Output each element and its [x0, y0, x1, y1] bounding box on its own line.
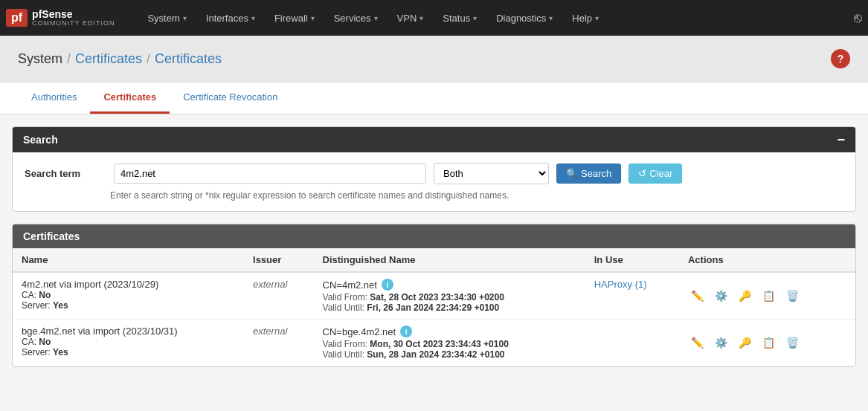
cert-actions-cell: ✏️ ⚙️ 🔑 📋 🗑️: [679, 272, 855, 320]
chevron-down-icon: ▾: [374, 14, 378, 22]
edit-icon[interactable]: ✏️: [688, 286, 707, 305]
navbar: pf pfSense COMMUNITY EDITION System ▾ In…: [0, 0, 868, 36]
certificates-panel: Certificates Name Issuer Distinguished N…: [12, 224, 856, 367]
cert-dn-line: CN=bge.4m2.net i: [323, 326, 576, 337]
cert-cn: CN=bge.4m2.net: [323, 326, 396, 337]
cert-actions-cell: ✏️ ⚙️ 🔑 📋 🗑️: [679, 320, 855, 366]
search-hint: Enter a search string or *nix regular ex…: [110, 190, 843, 201]
brand-edition: COMMUNITY EDITION: [32, 19, 115, 27]
search-icon: 🔍: [566, 168, 578, 179]
search-term-label: Search term: [25, 168, 106, 179]
certificates-table: Name Issuer Distinguished Name In Use Ac…: [13, 248, 855, 366]
nav-items: System ▾ Interfaces ▾ Firewall ▾ Service…: [138, 8, 854, 28]
delete-icon[interactable]: 🗑️: [783, 333, 803, 352]
cert-name: 4m2.net via import (2023/10/29): [22, 279, 235, 290]
key-icon[interactable]: 🔑: [736, 286, 755, 305]
table-header-row: Name Issuer Distinguished Name In Use Ac…: [13, 248, 855, 272]
nav-services[interactable]: Services ▾: [325, 8, 387, 28]
breadcrumb-current[interactable]: Certificates: [155, 51, 222, 67]
cert-ca: CA: No: [22, 337, 235, 347]
breadcrumb-root: System: [18, 51, 62, 67]
search-panel-toggle[interactable]: −: [837, 133, 845, 146]
cert-actions: ✏️ ⚙️ 🔑 📋 🗑️: [688, 279, 846, 305]
breadcrumb: System / Certificates / Certificates: [18, 51, 222, 67]
nav-firewall[interactable]: Firewall ▾: [266, 8, 324, 28]
col-actions: Actions: [679, 248, 855, 272]
cert-name-cell: bge.4m2.net via import (2023/10/31) CA: …: [13, 320, 244, 366]
cert-dn-cell: CN=4m2.net i Valid From: Sat, 28 Oct 202…: [314, 272, 585, 320]
cert-cn: CN=4m2.net: [323, 279, 377, 291]
brand: pf pfSense COMMUNITY EDITION: [6, 9, 126, 27]
cert-dn-line: CN=4m2.net i: [323, 279, 576, 291]
tab-certificates[interactable]: Certificates: [90, 82, 170, 114]
certificates-panel-header: Certificates: [13, 224, 855, 248]
nav-system[interactable]: System ▾: [138, 8, 195, 28]
logout-icon[interactable]: ⎋: [854, 10, 862, 26]
export-icon[interactable]: 📋: [759, 333, 779, 352]
cert-in-use: HAProxy (1): [594, 279, 647, 290]
table-row: 4m2.net via import (2023/10/29) CA: No S…: [13, 272, 855, 320]
breadcrumb-parent[interactable]: Certificates: [75, 51, 142, 67]
cert-in-use-cell: [585, 320, 679, 366]
search-input[interactable]: [114, 164, 426, 184]
tab-authorities[interactable]: Authorities: [18, 82, 90, 114]
cert-issuer-cell: external: [244, 320, 314, 366]
chevron-down-icon: ▾: [419, 14, 423, 22]
chevron-down-icon: ▾: [311, 14, 315, 22]
nav-interfaces[interactable]: Interfaces ▾: [197, 8, 264, 28]
table-row: bge.4m2.net via import (2023/10/31) CA: …: [13, 320, 855, 366]
export-icon[interactable]: 📋: [759, 286, 779, 305]
search-panel-title: Search: [23, 134, 58, 146]
cert-actions: ✏️ ⚙️ 🔑 📋 🗑️: [688, 326, 846, 352]
gear-icon[interactable]: ⚙️: [712, 333, 731, 352]
cert-dn-cell: CN=bge.4m2.net i Valid From: Mon, 30 Oct…: [314, 320, 585, 366]
chevron-down-icon: ▾: [183, 14, 187, 22]
info-icon[interactable]: i: [382, 279, 393, 291]
brand-title: pfSense: [32, 9, 115, 19]
cert-issuer-cell: external: [244, 272, 314, 320]
nav-diagnostics[interactable]: Diagnostics ▾: [487, 8, 562, 28]
breadcrumb-sep2: /: [147, 51, 150, 67]
cert-in-use-cell: HAProxy (1): [585, 272, 679, 320]
cert-valid-until: Valid Until: Sun, 28 Jan 2024 23:34:42 +…: [323, 349, 576, 360]
info-icon[interactable]: i: [400, 326, 412, 337]
key-icon[interactable]: 🔑: [736, 333, 755, 352]
cert-issuer: external: [253, 279, 287, 290]
delete-icon[interactable]: 🗑️: [783, 286, 803, 305]
nav-vpn[interactable]: VPN ▾: [388, 8, 433, 28]
cert-issuer: external: [253, 326, 287, 337]
search-button[interactable]: 🔍 Search: [556, 164, 621, 184]
logo-icon: pf: [6, 9, 28, 27]
refresh-icon: ↺: [638, 168, 646, 179]
clear-button[interactable]: ↺ Clear: [629, 164, 682, 184]
chevron-down-icon: ▾: [251, 14, 255, 22]
col-in-use: In Use: [585, 248, 679, 272]
cert-name-cell: 4m2.net via import (2023/10/29) CA: No S…: [13, 272, 244, 320]
edit-icon[interactable]: ✏️: [688, 333, 707, 352]
nav-status[interactable]: Status ▾: [434, 8, 486, 28]
tab-certificate-revocation[interactable]: Certificate Revocation: [170, 82, 291, 114]
cert-valid-from: Valid From: Mon, 30 Oct 2023 23:34:43 +0…: [323, 339, 576, 349]
search-panel-header: Search −: [13, 127, 855, 152]
tabs-container: Authorities Certificates Certificate Rev…: [0, 82, 868, 114]
col-dn: Distinguished Name: [314, 248, 585, 272]
chevron-down-icon: ▾: [595, 14, 599, 22]
cert-server: Server: Yes: [22, 347, 235, 357]
breadcrumb-sep1: /: [67, 51, 71, 67]
cert-valid-from: Valid From: Sat, 28 Oct 2023 23:34:30 +0…: [323, 292, 576, 302]
chevron-down-icon: ▾: [549, 14, 553, 22]
chevron-down-icon: ▾: [473, 14, 477, 22]
gear-icon[interactable]: ⚙️: [712, 286, 731, 305]
certificates-panel-title: Certificates: [23, 230, 80, 242]
col-issuer: Issuer: [244, 248, 314, 272]
tabs: Authorities Certificates Certificate Rev…: [18, 82, 850, 114]
cert-valid-until: Valid Until: Fri, 26 Jan 2024 22:34:29 +…: [323, 302, 576, 313]
col-name: Name: [13, 248, 244, 272]
help-icon[interactable]: ?: [831, 49, 850, 68]
cert-name: bge.4m2.net via import (2023/10/31): [22, 326, 235, 337]
search-scope-select[interactable]: Name Distinguished Name Both: [434, 163, 549, 184]
nav-help[interactable]: Help ▾: [563, 8, 608, 28]
brand-name: pfSense COMMUNITY EDITION: [32, 9, 115, 27]
search-form-row: Search term Name Distinguished Name Both…: [25, 163, 843, 184]
breadcrumb-bar: System / Certificates / Certificates ?: [0, 36, 868, 82]
